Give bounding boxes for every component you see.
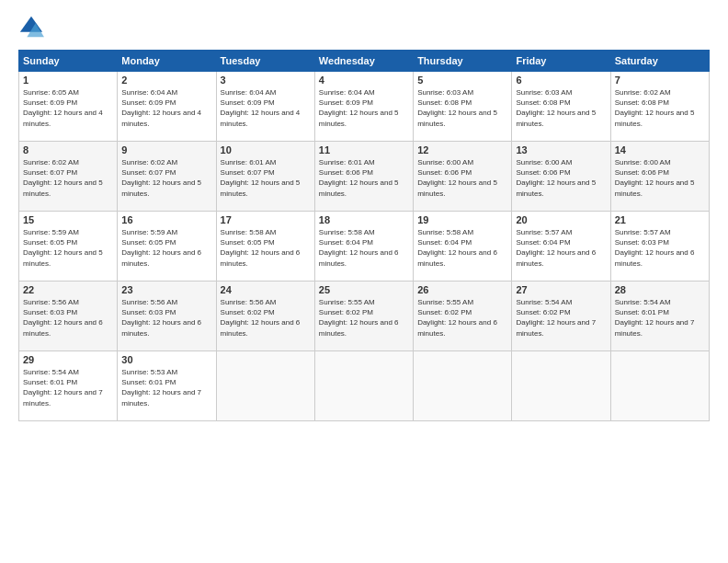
week-row-3: 15Sunrise: 5:59 AMSunset: 6:05 PMDayligh… (19, 212, 710, 282)
cal-cell (414, 351, 512, 421)
cal-cell: 4Sunrise: 6:04 AMSunset: 6:09 PMDaylight… (314, 72, 413, 142)
day-info: Sunrise: 5:58 AMSunset: 6:05 PMDaylight:… (221, 228, 301, 268)
col-header-friday: Friday (512, 51, 610, 72)
col-header-wednesday: Wednesday (314, 51, 413, 72)
cal-cell (610, 351, 709, 421)
cal-cell (512, 351, 610, 421)
cal-cell: 30Sunrise: 5:53 AMSunset: 6:01 PMDayligh… (118, 351, 216, 421)
day-info: Sunrise: 5:54 AMSunset: 6:01 PMDaylight:… (23, 368, 103, 408)
day-number: 3 (221, 75, 311, 86)
day-info: Sunrise: 6:05 AMSunset: 6:09 PMDaylight:… (23, 88, 103, 128)
day-number: 24 (221, 284, 311, 295)
day-number: 21 (615, 214, 705, 225)
header (18, 15, 710, 40)
day-number: 18 (319, 214, 409, 225)
day-number: 5 (417, 75, 507, 86)
day-number: 4 (319, 75, 409, 86)
week-row-4: 22Sunrise: 5:56 AMSunset: 6:03 PMDayligh… (19, 282, 710, 351)
cal-cell: 20Sunrise: 5:57 AMSunset: 6:04 PMDayligh… (512, 212, 610, 282)
cal-cell (314, 351, 413, 421)
week-row-5: 29Sunrise: 5:54 AMSunset: 6:01 PMDayligh… (19, 351, 710, 421)
day-info: Sunrise: 6:01 AMSunset: 6:07 PMDaylight:… (221, 158, 301, 198)
day-number: 19 (417, 214, 507, 225)
day-number: 16 (121, 214, 211, 225)
day-info: Sunrise: 5:58 AMSunset: 6:04 PMDaylight:… (319, 228, 399, 268)
col-header-monday: Monday (118, 51, 216, 72)
day-number: 26 (417, 284, 507, 295)
day-info: Sunrise: 5:56 AMSunset: 6:03 PMDaylight:… (23, 298, 103, 338)
cal-cell: 18Sunrise: 5:58 AMSunset: 6:04 PMDayligh… (314, 212, 413, 282)
day-info: Sunrise: 5:58 AMSunset: 6:04 PMDaylight:… (417, 228, 497, 268)
header-row: SundayMondayTuesdayWednesdayThursdayFrid… (19, 51, 710, 72)
day-info: Sunrise: 6:00 AMSunset: 6:06 PMDaylight:… (417, 158, 497, 198)
day-info: Sunrise: 5:55 AMSunset: 6:02 PMDaylight:… (319, 298, 399, 338)
page: SundayMondayTuesdayWednesdayThursdayFrid… (0, 0, 728, 563)
day-info: Sunrise: 5:55 AMSunset: 6:02 PMDaylight:… (417, 298, 497, 338)
cal-cell: 19Sunrise: 5:58 AMSunset: 6:04 PMDayligh… (414, 212, 512, 282)
cal-cell: 10Sunrise: 6:01 AMSunset: 6:07 PMDayligh… (216, 142, 314, 212)
col-header-saturday: Saturday (610, 51, 709, 72)
cal-cell: 29Sunrise: 5:54 AMSunset: 6:01 PMDayligh… (19, 351, 118, 421)
day-number: 7 (615, 75, 705, 86)
cal-cell: 16Sunrise: 5:59 AMSunset: 6:05 PMDayligh… (118, 212, 216, 282)
day-number: 17 (221, 214, 311, 225)
cal-cell: 11Sunrise: 6:01 AMSunset: 6:06 PMDayligh… (314, 142, 413, 212)
day-number: 29 (23, 354, 113, 365)
day-info: Sunrise: 6:01 AMSunset: 6:06 PMDaylight:… (319, 158, 399, 198)
day-number: 11 (319, 144, 409, 155)
day-number: 25 (319, 284, 409, 295)
day-number: 1 (23, 75, 113, 86)
day-info: Sunrise: 6:00 AMSunset: 6:06 PMDaylight:… (615, 158, 695, 198)
day-number: 8 (23, 144, 113, 155)
day-info: Sunrise: 6:02 AMSunset: 6:07 PMDaylight:… (121, 158, 201, 198)
cal-cell: 1Sunrise: 6:05 AMSunset: 6:09 PMDaylight… (19, 72, 118, 142)
day-number: 23 (121, 284, 211, 295)
day-number: 20 (516, 214, 606, 225)
cal-cell: 9Sunrise: 6:02 AMSunset: 6:07 PMDaylight… (118, 142, 216, 212)
day-number: 13 (516, 144, 606, 155)
week-row-2: 8Sunrise: 6:02 AMSunset: 6:07 PMDaylight… (19, 142, 710, 212)
cal-cell: 23Sunrise: 5:56 AMSunset: 6:03 PMDayligh… (118, 282, 216, 351)
col-header-tuesday: Tuesday (216, 51, 314, 72)
day-info: Sunrise: 5:54 AMSunset: 6:01 PMDaylight:… (615, 298, 695, 338)
cal-cell: 28Sunrise: 5:54 AMSunset: 6:01 PMDayligh… (610, 282, 709, 351)
logo-icon (18, 15, 44, 40)
day-info: Sunrise: 5:59 AMSunset: 6:05 PMDaylight:… (121, 228, 201, 268)
calendar-table: SundayMondayTuesdayWednesdayThursdayFrid… (18, 50, 710, 421)
cal-cell: 13Sunrise: 6:00 AMSunset: 6:06 PMDayligh… (512, 142, 610, 212)
day-info: Sunrise: 5:56 AMSunset: 6:03 PMDaylight:… (121, 298, 201, 338)
cal-cell: 15Sunrise: 5:59 AMSunset: 6:05 PMDayligh… (19, 212, 118, 282)
day-number: 9 (121, 144, 211, 155)
cal-cell: 27Sunrise: 5:54 AMSunset: 6:02 PMDayligh… (512, 282, 610, 351)
cal-cell: 3Sunrise: 6:04 AMSunset: 6:09 PMDaylight… (216, 72, 314, 142)
col-header-thursday: Thursday (414, 51, 512, 72)
day-info: Sunrise: 6:04 AMSunset: 6:09 PMDaylight:… (221, 88, 301, 128)
day-number: 28 (615, 284, 705, 295)
cal-cell: 6Sunrise: 6:03 AMSunset: 6:08 PMDaylight… (512, 72, 610, 142)
day-info: Sunrise: 6:02 AMSunset: 6:08 PMDaylight:… (615, 88, 695, 128)
day-number: 2 (121, 75, 211, 86)
day-info: Sunrise: 6:00 AMSunset: 6:06 PMDaylight:… (516, 158, 596, 198)
cal-cell: 24Sunrise: 5:56 AMSunset: 6:02 PMDayligh… (216, 282, 314, 351)
cal-cell: 25Sunrise: 5:55 AMSunset: 6:02 PMDayligh… (314, 282, 413, 351)
cal-cell (216, 351, 314, 421)
day-info: Sunrise: 5:53 AMSunset: 6:01 PMDaylight:… (121, 368, 201, 408)
day-number: 15 (23, 214, 113, 225)
day-info: Sunrise: 6:04 AMSunset: 6:09 PMDaylight:… (121, 88, 201, 128)
cal-cell: 17Sunrise: 5:58 AMSunset: 6:05 PMDayligh… (216, 212, 314, 282)
day-info: Sunrise: 5:54 AMSunset: 6:02 PMDaylight:… (516, 298, 596, 338)
cal-cell: 21Sunrise: 5:57 AMSunset: 6:03 PMDayligh… (610, 212, 709, 282)
day-number: 30 (121, 354, 211, 365)
day-info: Sunrise: 6:03 AMSunset: 6:08 PMDaylight:… (417, 88, 497, 128)
day-info: Sunrise: 6:02 AMSunset: 6:07 PMDaylight:… (23, 158, 103, 198)
cal-cell: 5Sunrise: 6:03 AMSunset: 6:08 PMDaylight… (414, 72, 512, 142)
cal-cell: 2Sunrise: 6:04 AMSunset: 6:09 PMDaylight… (118, 72, 216, 142)
day-number: 6 (516, 75, 606, 86)
cal-cell: 7Sunrise: 6:02 AMSunset: 6:08 PMDaylight… (610, 72, 709, 142)
day-info: Sunrise: 6:03 AMSunset: 6:08 PMDaylight:… (516, 88, 596, 128)
cal-cell: 26Sunrise: 5:55 AMSunset: 6:02 PMDayligh… (414, 282, 512, 351)
day-info: Sunrise: 5:59 AMSunset: 6:05 PMDaylight:… (23, 228, 103, 268)
cal-cell: 14Sunrise: 6:00 AMSunset: 6:06 PMDayligh… (610, 142, 709, 212)
day-number: 12 (417, 144, 507, 155)
day-number: 10 (221, 144, 311, 155)
